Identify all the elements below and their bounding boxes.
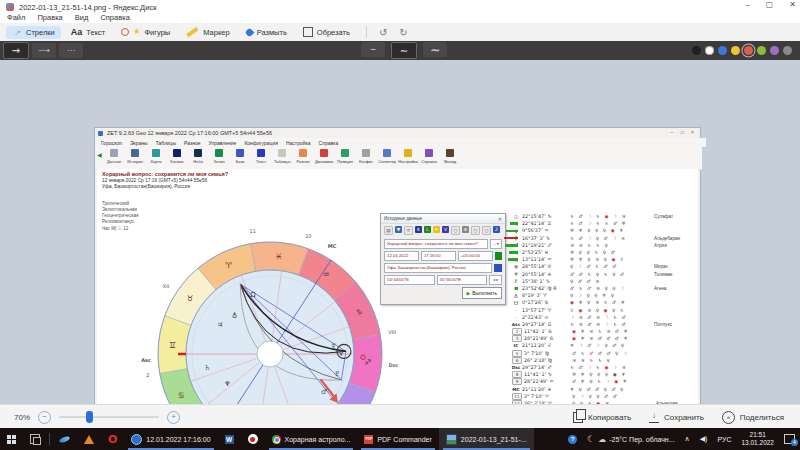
zet-tool-[interactable]: База bbox=[230, 149, 251, 164]
taskbar-word-button[interactable]: W bbox=[218, 428, 241, 450]
taskbar-imgfile-button[interactable]: 2022-01-13_21-51-... bbox=[439, 428, 534, 450]
shapes-tool-button[interactable]: ★Фигуры bbox=[115, 26, 176, 39]
color-swatch[interactable] bbox=[744, 46, 753, 55]
zet-tool-[interactable]: Выход bbox=[440, 149, 461, 164]
taskbar-chrome-button[interactable]: Хорарная астроло... bbox=[265, 428, 358, 450]
color-swatch[interactable] bbox=[731, 46, 740, 55]
zet-tool-[interactable]: Позиция bbox=[335, 149, 356, 164]
maximize-button[interactable]: ▢ bbox=[766, 0, 774, 9]
redo-button[interactable]: ↻ bbox=[399, 27, 407, 38]
taskbar-start-button[interactable] bbox=[0, 428, 23, 450]
text-tool-button[interactable]: AaТекст bbox=[65, 25, 111, 39]
dialog-titlebar[interactable]: Исходные данные ✕ bbox=[381, 214, 505, 224]
dialog-tool-icon[interactable]: ○ bbox=[471, 226, 480, 235]
place-field[interactable]: Уфа, Башкортостан(Башкирия), Россия bbox=[384, 263, 492, 273]
zet-tool-[interactable]: Динамика bbox=[314, 149, 335, 164]
dialog-tool-icon[interactable]: ▼ bbox=[395, 226, 402, 233]
menu-item-вид[interactable]: Вид bbox=[75, 13, 89, 22]
taskbar-tray-item[interactable]: ☾☁-25°C Пер. облачн... bbox=[582, 428, 679, 450]
zet-tool-[interactable]: История bbox=[125, 149, 146, 164]
zet-tool-[interactable]: Селектор bbox=[377, 149, 398, 164]
menu-item-правка[interactable]: Правка bbox=[37, 13, 62, 22]
stroke-thick-button[interactable]: ∼ bbox=[423, 42, 447, 57]
run-button[interactable]: ▶ Выполнить bbox=[462, 287, 503, 299]
minimize-button[interactable]: – bbox=[745, 0, 749, 9]
zet-menu-конфигурация[interactable]: Конфигурация bbox=[244, 140, 278, 146]
longitude-field[interactable]: 55°56'00″E bbox=[437, 275, 488, 285]
dialog-tool-icon[interactable]: ✦ bbox=[433, 226, 440, 233]
zet-tool-[interactable]: Данные bbox=[104, 149, 125, 164]
dialog-tool-icon[interactable]: L bbox=[424, 226, 431, 233]
taskbar-tray-item[interactable]: ? bbox=[563, 428, 582, 450]
event-name-field[interactable]: Хорарный вопрос: сохранится ли моя семья… bbox=[384, 239, 488, 249]
zet-tool-[interactable]: Справка bbox=[419, 149, 440, 164]
blur-tool-button[interactable]: Размыть bbox=[240, 26, 293, 39]
zet-tool-[interactable]: Текст bbox=[251, 149, 272, 164]
zoom-in-button[interactable]: + bbox=[167, 411, 180, 424]
taskbar-tray-item[interactable]: 21:5113.01.2022 bbox=[736, 428, 779, 450]
arrows-tool-button[interactable]: →Стрелки bbox=[6, 26, 61, 39]
menu-item-файл[interactable]: Файл bbox=[7, 13, 25, 22]
stroke-medium-button[interactable]: ∼ bbox=[391, 42, 417, 59]
zoom-slider[interactable] bbox=[59, 416, 159, 418]
zoom-slider-handle[interactable] bbox=[86, 411, 93, 423]
color-swatch[interactable] bbox=[718, 46, 727, 55]
color-swatch[interactable] bbox=[770, 46, 779, 55]
arrow-style-thin-button[interactable]: ⟶ bbox=[32, 43, 56, 58]
share-button[interactable]: »Поделиться bbox=[722, 411, 784, 424]
zoom-out-button[interactable]: − bbox=[38, 411, 51, 424]
date-field[interactable]: 12.01.2022 bbox=[384, 251, 419, 261]
dialog-tool-icon[interactable]: ▤ bbox=[384, 226, 393, 235]
event-combo[interactable]: – ▾ bbox=[490, 239, 502, 249]
zet-menu-настройка[interactable]: Настройка bbox=[286, 140, 311, 146]
zet-menu-гороскоп[interactable]: Гороскоп bbox=[101, 140, 122, 146]
taskbar-tray-item[interactable]: ∧ bbox=[680, 428, 695, 450]
taskbar-brush-button[interactable] bbox=[52, 428, 77, 450]
zet-menu-управление[interactable]: Управление bbox=[209, 140, 237, 146]
zet-menu-разное[interactable]: Разное bbox=[184, 140, 201, 146]
crop-tool-button[interactable]: Обрезать bbox=[297, 25, 356, 39]
dialog-tool-icon[interactable]: ○ bbox=[451, 226, 460, 235]
zet-tool-[interactable]: Конфиг. bbox=[356, 149, 377, 164]
color-swatch[interactable] bbox=[692, 46, 701, 55]
dialog-tool-icon[interactable]: ○ bbox=[482, 226, 491, 235]
taskbar-zet-button[interactable]: 12.01.2022 17:16:00 bbox=[124, 428, 217, 450]
taskbar-vlc-button[interactable] bbox=[77, 428, 101, 450]
zet-tool-[interactable]: Карта bbox=[146, 149, 167, 164]
zet-tool-[interactable]: Небо bbox=[188, 149, 209, 164]
zet-menu-таблицы[interactable]: Таблицы bbox=[156, 140, 176, 146]
zet-tool-[interactable]: Зения bbox=[209, 149, 230, 164]
save-button[interactable]: ↓Сохранить bbox=[649, 412, 704, 423]
dialog-tool-icon[interactable]: V bbox=[442, 226, 449, 233]
atlas-icon[interactable] bbox=[494, 264, 502, 272]
color-swatch[interactable] bbox=[705, 46, 714, 55]
zet-tool-[interactable]: Космос bbox=[167, 149, 188, 164]
latitude-field[interactable]: 54°44'00″N bbox=[384, 275, 435, 285]
zet-tool-[interactable]: Таблицы bbox=[272, 149, 293, 164]
dialog-tool-icon[interactable]: K bbox=[415, 226, 422, 233]
color-swatch[interactable] bbox=[757, 46, 766, 55]
color-swatch[interactable] bbox=[783, 46, 792, 55]
dialog-tool-icon[interactable]: Z bbox=[493, 226, 500, 233]
timezone-field[interactable]: +05:00:00 bbox=[458, 251, 493, 261]
zet-toolbar-scroll-left[interactable]: ◀ bbox=[97, 151, 102, 158]
taskbar-opera-button[interactable]: O bbox=[101, 428, 124, 450]
taskbar-taskview-button[interactable] bbox=[23, 428, 47, 450]
taskbar-tray-item[interactable]: ◀) bbox=[695, 428, 713, 450]
taskbar-tray-item[interactable]: 4 bbox=[779, 428, 800, 450]
time-field[interactable]: 17:16:00 bbox=[421, 251, 456, 261]
marker-tool-button[interactable]: Маркер bbox=[180, 26, 235, 39]
taskbar-record-button[interactable] bbox=[241, 428, 265, 450]
zet-tool-[interactable]: Настройка bbox=[398, 149, 419, 164]
coord-buttons[interactable]: ◂ ▸ bbox=[489, 275, 502, 285]
zet-tool-[interactable]: Разное bbox=[293, 149, 314, 164]
arrow-style-dashed-button[interactable]: ⋯ bbox=[59, 43, 83, 58]
zet-menu-справка[interactable]: Справка bbox=[319, 140, 339, 146]
dialog-tool-icon[interactable]: ≡ bbox=[404, 226, 413, 235]
stroke-thin-button[interactable]: ∼ bbox=[361, 42, 385, 57]
undo-button[interactable]: ↺ bbox=[379, 27, 387, 38]
zet-menu-экраны[interactable]: Экраны bbox=[130, 140, 148, 146]
dialog-close-icon[interactable]: ✕ bbox=[498, 216, 502, 222]
editor-canvas[interactable]: ZET 9.2.63 Geo 12 января 2022 Ср 17:16:0… bbox=[0, 60, 800, 404]
arrow-style-solid-button[interactable]: → bbox=[3, 42, 29, 59]
